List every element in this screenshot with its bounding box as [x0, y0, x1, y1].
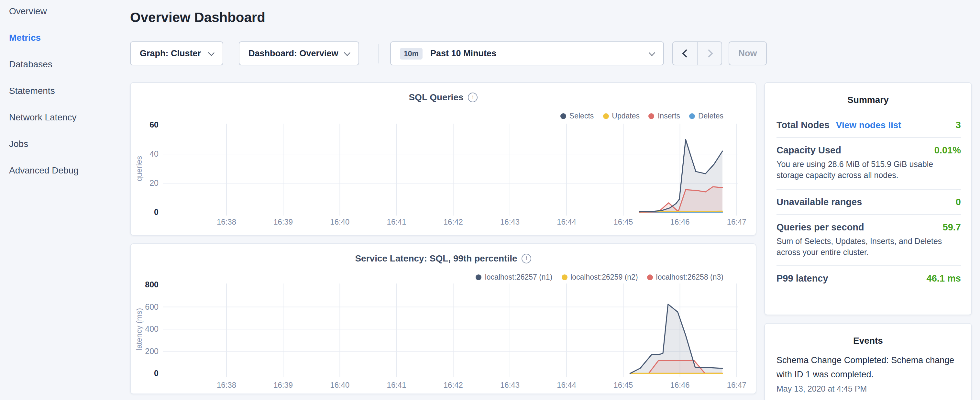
- summary-row-value: 0.01%: [934, 145, 961, 155]
- x-tick-label: 16:44: [557, 381, 576, 389]
- y-axis-title: latency (ms): [135, 308, 143, 351]
- x-tick-label: 16:42: [444, 381, 463, 389]
- y-tick-label: 60: [150, 120, 159, 129]
- y-tick-label: 400: [145, 324, 159, 333]
- chart-title: Service Latency: SQL, 99th percentile: [355, 253, 517, 263]
- summary-title: Summary: [765, 94, 971, 105]
- graph-dropdown[interactable]: Graph: Cluster: [130, 41, 223, 65]
- x-tick-label: 16:45: [613, 381, 633, 389]
- time-window-nav: [672, 41, 722, 65]
- time-range-selector[interactable]: 10m Past 10 Minutes: [390, 41, 664, 65]
- dashboard-dropdown[interactable]: Dashboard: Overview: [239, 41, 359, 65]
- info-icon[interactable]: [468, 92, 478, 102]
- y-axis-title: queries: [135, 156, 143, 182]
- y-tick-label: 0: [154, 207, 159, 217]
- legend-dot-icon: [647, 274, 653, 280]
- graph-dropdown-label: Graph: Cluster: [140, 49, 201, 58]
- sidebar-item-overview[interactable]: Overview: [9, 1, 126, 21]
- summary-panel: Summary Total NodesView nodes list3Capac…: [764, 82, 972, 315]
- legend-label: Deletes: [698, 112, 724, 120]
- legend-dot-icon: [560, 113, 566, 119]
- now-button[interactable]: Now: [729, 41, 767, 65]
- chart-title-row: SQL Queries: [131, 92, 756, 102]
- legend-item-inserts: Inserts: [649, 112, 680, 120]
- summary-row-label: Capacity Used: [776, 145, 841, 155]
- y-tick-label: 600: [145, 302, 159, 311]
- summary-row-head: Queries per second59.7: [776, 222, 961, 232]
- legend-item-updates: Updates: [603, 112, 640, 120]
- sidebar-item-network-latency[interactable]: Network Latency: [9, 107, 126, 127]
- summary-row-value: 59.7: [943, 222, 961, 232]
- summary-row-total-nodes: Total NodesView nodes list3: [776, 113, 961, 137]
- x-tick-label: 16:44: [557, 217, 576, 226]
- chevron-down-icon: [344, 49, 350, 56]
- legend-dot-icon: [562, 274, 567, 280]
- sidebar-item-databases[interactable]: Databases: [9, 54, 126, 74]
- x-tick-label: 16:39: [274, 217, 293, 226]
- summary-row-queries-per-second: Queries per second59.7Sum of Selects, Up…: [776, 214, 961, 265]
- page-title: Overview Dashboard: [130, 10, 265, 25]
- legend-item-selects: Selects: [560, 112, 594, 120]
- summary-row-head: Total NodesView nodes list3: [776, 120, 961, 130]
- legend-label: Updates: [612, 112, 640, 120]
- y-tick-label: 20: [150, 178, 159, 187]
- summary-row-unavailable-ranges: Unavailable ranges0: [776, 189, 961, 214]
- info-icon[interactable]: [522, 253, 531, 263]
- time-range-badge: 10m: [400, 48, 423, 59]
- dashboard-dropdown-label: Dashboard: Overview: [248, 49, 339, 58]
- y-tick-label: 40: [150, 149, 159, 158]
- summary-row-value: 46.1 ms: [927, 273, 961, 284]
- events-list: Schema Change Completed: Schema change w…: [776, 354, 957, 394]
- x-tick-label: 16:42: [444, 217, 463, 226]
- chevron-down-icon: [649, 49, 655, 56]
- legend-label: localhost:26258 (n3): [656, 273, 724, 281]
- time-range-label: Past 10 Minutes: [430, 49, 642, 58]
- y-tick-label: 800: [145, 280, 159, 289]
- summary-row-label: Total Nodes: [776, 120, 830, 130]
- controls-divider: [378, 44, 379, 63]
- legend-label: localhost:26259 (n2): [570, 273, 638, 281]
- sidebar-list: OverviewMetricsDatabasesStatementsNetwor…: [9, 1, 126, 180]
- x-tick-label: 16:41: [387, 381, 406, 389]
- x-tick-label: 16:39: [274, 381, 293, 389]
- x-tick-label: 16:38: [217, 217, 236, 226]
- x-tick-label: 16:47: [727, 217, 746, 226]
- x-tick-label: 16:40: [330, 217, 349, 226]
- event-item: Schema Change Completed: Schema change w…: [776, 354, 957, 394]
- legend-dot-icon: [476, 274, 482, 280]
- x-tick-label: 16:45: [613, 217, 633, 226]
- sidebar-item-advanced-debug[interactable]: Advanced Debug: [9, 161, 126, 180]
- x-tick-label: 16:47: [727, 381, 746, 389]
- summary-row-head: Capacity Used0.01%: [776, 145, 961, 155]
- summary-row-label: Queries per second: [776, 222, 864, 232]
- summary-row-value: 0: [956, 196, 961, 207]
- summary-row-label: Unavailable ranges: [776, 196, 862, 207]
- x-tick-label: 16:46: [670, 217, 690, 226]
- legend-item-deletes: Deletes: [689, 112, 724, 120]
- sql-queries-chart-card: SQL Queries SelectsUpdatesInsertsDeletes…: [130, 82, 756, 236]
- x-tick-label: 16:43: [500, 381, 520, 389]
- x-tick-label: 16:46: [670, 381, 690, 389]
- next-time-window-button[interactable]: [698, 42, 721, 65]
- legend-dot-icon: [649, 113, 654, 119]
- x-tick-label: 16:38: [217, 381, 236, 389]
- x-tick-label: 16:43: [500, 217, 520, 226]
- sidebar-item-statements[interactable]: Statements: [9, 81, 126, 100]
- summary-row-p99-latency: P99 latency46.1 ms: [776, 265, 961, 291]
- legend-dot-icon: [689, 113, 695, 119]
- prev-time-window-button[interactable]: [673, 42, 698, 65]
- legend-item-localhost-26257-n1: localhost:26257 (n1): [476, 273, 552, 281]
- controls-bar: Graph: Cluster Dashboard: Overview 10m P…: [130, 41, 767, 65]
- chevron-down-icon: [208, 49, 215, 56]
- summary-row-label: P99 latency: [776, 273, 828, 284]
- events-title: Events: [765, 335, 971, 346]
- legend-label: Selects: [570, 112, 594, 120]
- summary-row-head: Unavailable ranges0: [776, 196, 961, 207]
- sql-queries-chart-plot: 16:3816:3916:4016:4116:4216:4316:4416:45…: [131, 83, 756, 235]
- sidebar-item-metrics[interactable]: Metrics: [9, 28, 126, 47]
- sidebar-item-jobs[interactable]: Jobs: [9, 134, 126, 153]
- sidebar: OverviewMetricsDatabasesStatementsNetwor…: [9, 1, 126, 187]
- x-tick-label: 16:41: [387, 217, 406, 226]
- summary-row-link[interactable]: View nodes list: [836, 120, 901, 130]
- events-panel: Events Schema Change Completed: Schema c…: [764, 323, 972, 400]
